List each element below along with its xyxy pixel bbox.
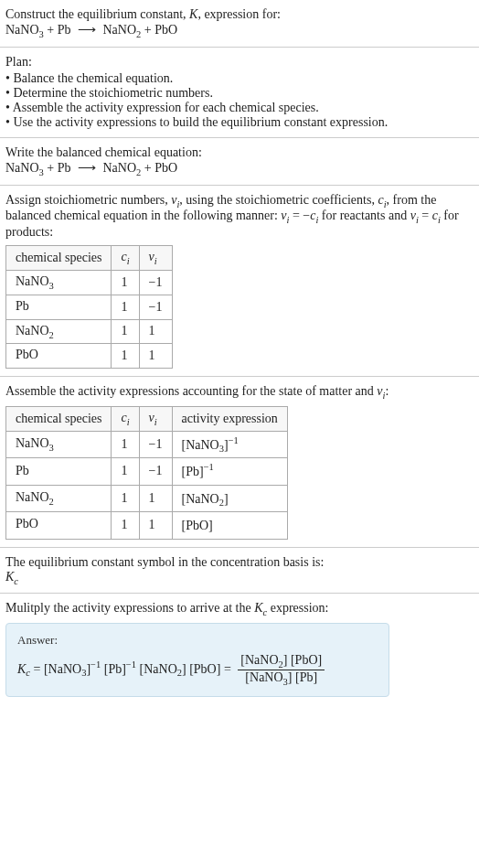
ae-pow: −1 [229, 435, 239, 445]
multiply-line: Mulitply the activity expressions to arr… [5, 601, 474, 617]
react-plus1: + [44, 23, 58, 37]
cell-nu: −1 [139, 295, 172, 319]
cell-activity: [NaNO3]−1 [172, 431, 287, 457]
ae-open: [Pb [182, 465, 199, 478]
answer-label: Answer: [17, 633, 378, 648]
th-ci: ci [112, 406, 139, 431]
ae-pow: −1 [204, 462, 214, 472]
table-row: NaNO2 1 1 [6, 319, 173, 344]
plan-item: Use the activity expressions to build th… [5, 115, 474, 130]
stoich-rel1b: = − [289, 209, 310, 222]
multiply-section: Mulitply the activity expressions to arr… [0, 594, 479, 703]
react-plus2: + [141, 23, 154, 37]
table-row: Pb 1 −1 [6, 295, 173, 319]
ans-t3o: [NaNO [140, 662, 177, 676]
react-rhs-b: PbO [154, 23, 177, 37]
ae-open: [PbO [182, 519, 209, 532]
bal-plus2: + [141, 161, 154, 175]
table-row: PbO 1 1 [PbO] [6, 512, 288, 539]
th-species: chemical species [6, 246, 112, 271]
cell-c: 1 [112, 458, 139, 485]
stoich-intro-b: , using the stoichiometric coefficients, [179, 193, 378, 207]
cell-name: NaNO [16, 274, 49, 288]
answer-fraction: [NaNO2] [PbO][NaNO3] [Pb] [238, 653, 325, 687]
ans-t3c: ] [182, 662, 186, 676]
th-ci-sub: i [127, 417, 130, 427]
react-arrow: ⟶ [71, 23, 103, 37]
table-row: NaNO3 1 −1 [NaNO3]−1 [6, 431, 288, 457]
cell-nu: −1 [139, 270, 172, 295]
cell-nu: −1 [139, 431, 172, 457]
cell-name: NaNO [16, 436, 49, 450]
cell-species: NaNO3 [6, 431, 112, 457]
ans-t2p: −1 [126, 659, 136, 670]
balanced-heading: Write the balanced chemical equation: [5, 145, 474, 160]
cell-species: NaNO2 [6, 485, 112, 511]
cell-species: NaNO2 [6, 319, 112, 344]
answer-expression: Kc = [NaNO3]−1 [Pb]−1 [NaNO2] [PbO] = [N… [17, 653, 378, 687]
stoich-rel1d: for reactants and [318, 209, 410, 222]
cell-name: Pb [16, 299, 29, 313]
bal-lhs-a: NaNO [5, 161, 39, 175]
cell-name: Pb [16, 464, 29, 477]
prompt-section: Construct the equilibrium constant, K, e… [0, 0, 479, 48]
ans-K: K [17, 662, 26, 676]
den-a: [NaNO [245, 670, 282, 684]
ans-t1o: [NaNO [44, 662, 81, 676]
cell-activity: [PbO] [172, 512, 287, 539]
bal-rhs-b: PbO [154, 161, 177, 175]
table-row: NaNO3 1 −1 [6, 270, 173, 295]
cell-name: NaNO [16, 324, 49, 338]
balanced-section: Write the balanced chemical equation: Na… [0, 138, 479, 186]
bal-plus1: + [44, 161, 58, 175]
answer-box: Answer: Kc = [NaNO3]−1 [Pb]−1 [NaNO2] [P… [5, 623, 389, 697]
table-header-row: chemical species ci νi activity expressi… [6, 406, 288, 431]
th-ci-sub: i [127, 256, 130, 266]
activity-colon: : [385, 384, 389, 398]
cell-name: PbO [16, 348, 38, 361]
cell-species: Pb [6, 295, 112, 319]
activity-section: Assemble the activity expressions accoun… [0, 377, 479, 547]
cell-species: NaNO3 [6, 270, 112, 295]
bal-lhs-b: Pb [58, 161, 71, 175]
cell-c: 1 [112, 295, 139, 319]
th-nui-sub: i [154, 256, 157, 266]
ans-eq1: = [30, 662, 44, 676]
plan-section: Plan: Balance the chemical equation. Det… [0, 48, 479, 138]
cell-name-sub: 3 [49, 443, 54, 453]
frac-den: [NaNO3] [Pb] [238, 670, 325, 687]
kc-symbol-section: The equilibrium constant symbol in the c… [0, 548, 479, 595]
cell-c: 1 [112, 270, 139, 295]
th-nui: νi [139, 406, 172, 431]
cell-c: 1 [112, 319, 139, 344]
multiply-b: expression: [267, 601, 328, 615]
kc-K: K [5, 570, 14, 584]
plan-list: Balance the chemical equation. Determine… [5, 71, 474, 130]
ae-open: [NaNO [182, 491, 219, 505]
table-row: NaNO2 1 1 [NaNO2] [6, 485, 288, 511]
kc-c: c [14, 575, 18, 585]
cell-name-sub: 2 [49, 497, 54, 507]
bal-rhs-a: NaNO [103, 161, 137, 175]
reaction-unbalanced: NaNO3 + Pb ⟶ NaNO2 + PbO [5, 22, 474, 39]
bal-arrow: ⟶ [71, 161, 103, 175]
ae-open: [NaNO [182, 437, 219, 451]
cell-activity: [NaNO2] [172, 485, 287, 511]
num-a-close: ] [PbO] [283, 653, 322, 667]
ans-t2o: [Pb [104, 662, 122, 676]
react-rhs-a: NaNO [103, 23, 137, 37]
kc-symbol-line: The equilibrium constant symbol in the c… [5, 555, 474, 570]
cell-activity: [Pb]−1 [172, 458, 287, 485]
cell-species: Pb [6, 458, 112, 485]
stoich-rel2b: = [419, 209, 432, 222]
plan-item: Balance the chemical equation. [5, 71, 474, 86]
cell-nu: 1 [139, 512, 172, 539]
ans-eq2: = [220, 662, 234, 676]
th-nui: νi [139, 246, 172, 271]
cell-nu: 1 [139, 319, 172, 344]
table-row: Pb 1 −1 [Pb]−1 [6, 458, 288, 485]
frac-num: [NaNO2] [PbO] [238, 653, 325, 670]
kc-symbol: Kc [5, 570, 474, 586]
cell-species: PbO [6, 344, 112, 369]
ae-close: ] [208, 519, 213, 532]
